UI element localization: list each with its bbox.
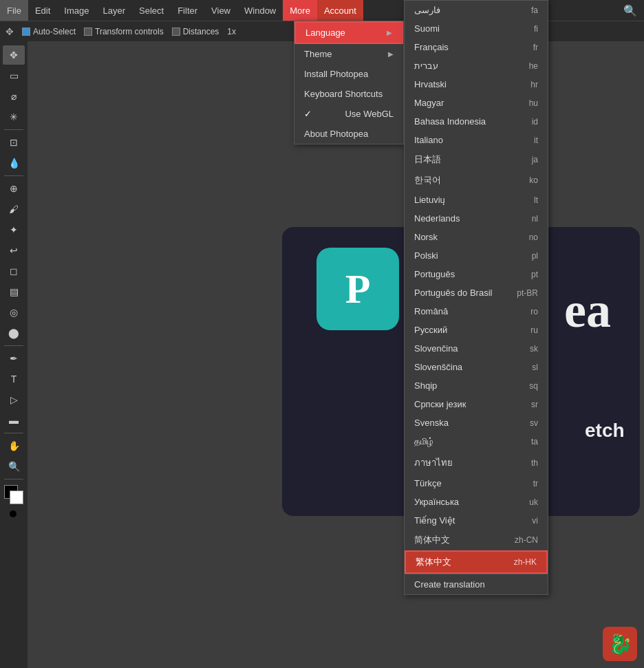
tool-divider-5 bbox=[4, 479, 23, 480]
menu-language[interactable]: Language ▶ bbox=[294, 21, 403, 44]
language-list: فارسیfaSuomifiFrançaisfrעבריתheHrvatskih… bbox=[405, 1, 548, 574]
move-icon: ✥ bbox=[6, 26, 14, 37]
promo-etch: etch bbox=[585, 420, 625, 442]
tool-divider-3 bbox=[4, 345, 23, 346]
transform-checkbox[interactable] bbox=[84, 28, 92, 36]
logo-bg: P bbox=[316, 248, 399, 330]
lang-item-fr[interactable]: Françaisfr bbox=[405, 38, 548, 56]
tool-shape[interactable]: ▬ bbox=[3, 411, 25, 430]
menu-image[interactable]: Image bbox=[57, 0, 96, 21]
menu-about-photopea[interactable]: About Photopea bbox=[294, 124, 403, 144]
menu-more[interactable]: More bbox=[283, 0, 317, 21]
menu-select[interactable]: Select bbox=[132, 0, 171, 21]
language-submenu: فارسیfaSuomifiFrançaisfrעבריתheHrvatskih… bbox=[404, 0, 548, 595]
lang-item-th[interactable]: ภาษาไทยth bbox=[405, 451, 548, 474]
lang-item-sv[interactable]: Svenskasv bbox=[405, 413, 548, 432]
lang-item-nl[interactable]: Nederlandsnl bbox=[405, 209, 548, 228]
tool-divider-1 bbox=[4, 129, 23, 130]
lang-item-pt-BR[interactable]: Português do Brasilpt-BR bbox=[405, 283, 548, 302]
tool-crop[interactable]: ⊡ bbox=[3, 133, 25, 152]
lang-item-pt[interactable]: Portuguêspt bbox=[405, 265, 548, 283]
lang-item-no[interactable]: Norskno bbox=[405, 228, 548, 246]
lang-item-it[interactable]: Italianoit bbox=[405, 131, 548, 149]
tool-hand[interactable]: ✋ bbox=[3, 436, 25, 455]
menu-filter[interactable]: Filter bbox=[171, 0, 204, 21]
tool-eyedropper[interactable]: 💧 bbox=[3, 153, 25, 173]
lang-item-ta[interactable]: தமிழ்ta bbox=[405, 432, 548, 451]
search-icon[interactable]: 🔍 bbox=[623, 4, 644, 17]
tool-gradient[interactable]: ▤ bbox=[3, 282, 25, 301]
lang-item-fa[interactable]: فارسیfa bbox=[405, 1, 548, 19]
menu-window[interactable]: Window bbox=[237, 0, 283, 21]
promo-ea: ea bbox=[564, 282, 611, 339]
distances-checkbox-group[interactable]: Distances bbox=[172, 27, 219, 36]
tool-text[interactable]: T bbox=[3, 369, 25, 389]
tool-select-rect[interactable]: ▭ bbox=[3, 66, 25, 85]
tool-heal[interactable]: ⊕ bbox=[3, 179, 25, 198]
lang-item-zh-HK[interactable]: 繁体中文zh-HK bbox=[405, 550, 548, 574]
tool-eraser[interactable]: ◻ bbox=[3, 261, 25, 281]
lang-item-he[interactable]: עבריתhe bbox=[405, 56, 548, 75]
lang-item-ja[interactable]: 日本語ja bbox=[405, 149, 548, 170]
lang-item-ko[interactable]: 한국어ko bbox=[405, 170, 548, 191]
lang-item-lt[interactable]: Lietuviųlt bbox=[405, 191, 548, 209]
left-sidebar: ✥ ▭ ⌀ ✳ ⊡ 💧 ⊕ 🖌 ✦ ↩ ◻ ▤ ◎ ⬤ ✒ T ▷ ▬ ✋ 🔍 bbox=[0, 41, 28, 668]
lang-item-hu[interactable]: Magyarhu bbox=[405, 94, 548, 112]
menu-theme[interactable]: Theme ▶ bbox=[294, 44, 403, 64]
lang-item-pl[interactable]: Polskipl bbox=[405, 246, 548, 265]
bottom-right-logo: 🐉 bbox=[603, 627, 637, 661]
tool-divider-4 bbox=[4, 433, 23, 433]
webgl-checkmark: ✓ bbox=[304, 109, 312, 119]
theme-arrow-icon: ▶ bbox=[388, 50, 394, 58]
lang-item-vi[interactable]: Tiếng Việtvi bbox=[405, 511, 548, 530]
menu-account[interactable]: Account bbox=[317, 0, 363, 21]
lang-item-hr[interactable]: Hrvatskihr bbox=[405, 75, 548, 94]
color-picker[interactable] bbox=[4, 485, 23, 504]
tool-brush[interactable]: 🖌 bbox=[3, 200, 25, 219]
background-color[interactable] bbox=[10, 491, 23, 504]
tool-move[interactable]: ✥ bbox=[3, 45, 25, 65]
lang-item-tr[interactable]: Türkçetr bbox=[405, 474, 548, 493]
tool-pen[interactable]: ✒ bbox=[3, 349, 25, 368]
lang-item-ru[interactable]: Русскийru bbox=[405, 321, 548, 339]
transform-checkbox-group[interactable]: Transform controls bbox=[84, 27, 164, 36]
lang-item-id[interactable]: Bahasa Indonesiaid bbox=[405, 112, 548, 131]
tool-dodge[interactable]: ⬤ bbox=[3, 323, 25, 343]
tool-history-brush[interactable]: ↩ bbox=[3, 241, 25, 260]
create-translation-button[interactable]: Create translation bbox=[405, 574, 548, 594]
menu-file[interactable]: File bbox=[0, 0, 28, 21]
autoselect-checkbox[interactable] bbox=[22, 28, 30, 36]
menu-edit[interactable]: Edit bbox=[28, 0, 57, 21]
tool-clone[interactable]: ✦ bbox=[3, 220, 25, 239]
menu-layer[interactable]: Layer bbox=[96, 0, 133, 21]
lang-item-ro[interactable]: Românăro bbox=[405, 302, 548, 321]
move-tool-indicator: ✥ bbox=[6, 26, 14, 37]
tool-path-select[interactable]: ▷ bbox=[3, 390, 25, 409]
lang-item-sr[interactable]: Српски језикsr bbox=[405, 395, 548, 413]
tool-zoom[interactable]: 🔍 bbox=[3, 457, 25, 476]
menu-install-photopea[interactable]: Install Photopea bbox=[294, 64, 403, 84]
lang-item-sk[interactable]: Slovenčinask bbox=[405, 339, 548, 358]
lang-item-sq[interactable]: Shqipsq bbox=[405, 376, 548, 395]
tool-lasso[interactable]: ⌀ bbox=[3, 87, 25, 106]
zoom-level: 1x bbox=[227, 27, 236, 36]
lang-item-uk[interactable]: Українськаuk bbox=[405, 493, 548, 511]
tool-magic-wand[interactable]: ✳ bbox=[3, 107, 25, 127]
autoselect-checkbox-group[interactable]: Auto-Select bbox=[22, 27, 76, 36]
arrow-icon: ▶ bbox=[387, 29, 392, 36]
distances-checkbox[interactable] bbox=[172, 28, 180, 36]
more-dropdown: Language ▶ Theme ▶ Install Photopea Keyb… bbox=[294, 21, 404, 144]
tool-divider-2 bbox=[4, 175, 23, 176]
toggle-colors-icon[interactable] bbox=[10, 510, 17, 517]
logo-p: P bbox=[345, 266, 371, 313]
menu-use-webgl[interactable]: ✓ Use WebGL bbox=[294, 104, 403, 124]
menu-view[interactable]: View bbox=[204, 0, 237, 21]
lang-item-sl[interactable]: Slovenščinasl bbox=[405, 358, 548, 376]
lang-item-fi[interactable]: Suomifi bbox=[405, 19, 548, 38]
tool-blur[interactable]: ◎ bbox=[3, 303, 25, 322]
menu-keyboard-shortcuts[interactable]: Keyboard Shortcuts bbox=[294, 84, 403, 104]
logo-char: 🐉 bbox=[608, 633, 632, 656]
lang-item-zh-CN[interactable]: 简体中文zh-CN bbox=[405, 530, 548, 550]
